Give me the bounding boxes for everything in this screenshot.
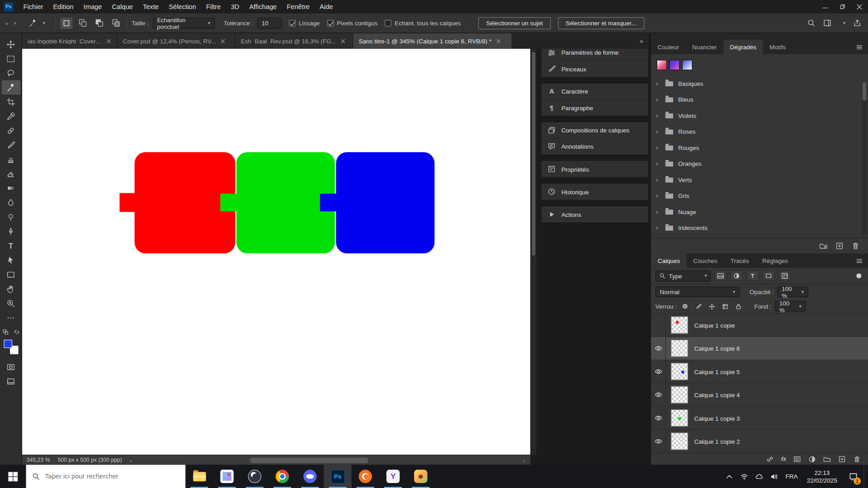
more-tools-button[interactable] [1, 310, 20, 325]
gradient-folder-rouges[interactable]: ›Rouges [651, 140, 868, 156]
sample-size-dropdown[interactable]: Echantillon ponctuel ▾ [153, 18, 215, 28]
panel-menu-icon[interactable] [856, 253, 868, 268]
delete-layer-icon[interactable] [853, 455, 861, 463]
layer-thumbnail[interactable] [671, 409, 688, 427]
menu-affichage[interactable]: Affichage [244, 0, 282, 13]
path-selection-tool[interactable] [1, 253, 20, 267]
opacity-dropdown[interactable]: 100 % ▾ [777, 286, 808, 297]
add-mask-icon[interactable] [793, 455, 801, 463]
taskbar-y-app[interactable]: Y [379, 465, 407, 488]
tray-expand-icon[interactable] [722, 465, 737, 488]
quick-mask-button[interactable] [1, 360, 20, 374]
volume-icon[interactable] [767, 465, 782, 488]
gradient-swatch[interactable] [682, 60, 693, 70]
magic-wand-tool[interactable] [1, 80, 20, 95]
vertical-scrollbar[interactable] [530, 49, 536, 455]
start-button[interactable] [0, 465, 26, 488]
document-tab-1[interactable]: ias Ingoble Knight_Cover.psd [22, 33, 118, 48]
tab-motifs[interactable]: Motifs [763, 40, 793, 54]
gradient-folder-oranges[interactable]: ›Oranges [651, 155, 868, 172]
taskbar-palette-app[interactable] [407, 465, 434, 488]
layer-row[interactable]: Calque 1 copie 3 [651, 407, 868, 430]
swap-colors-icon[interactable] [14, 329, 19, 335]
layer-thumbnail[interactable] [671, 433, 688, 450]
panel-menu-icon[interactable] [856, 40, 868, 54]
panel-button-caractere[interactable]: A Caractère [542, 84, 648, 100]
new-group-icon[interactable] [819, 242, 827, 250]
contiguous-checkbox[interactable]: Pixels contigus [327, 19, 377, 26]
gradient-folder-iridescents[interactable]: ›Iridescents [651, 220, 868, 236]
blur-tool[interactable] [1, 195, 20, 210]
menu-calque[interactable]: Calque [107, 0, 138, 13]
close-tab-icon[interactable] [496, 38, 501, 43]
layer-filter-dropdown[interactable]: Type ▾ [656, 270, 711, 281]
filter-smart-object-icon[interactable] [778, 271, 791, 281]
new-gradient-icon[interactable] [835, 242, 844, 250]
eyedropper-tool[interactable] [1, 109, 20, 123]
language-indicator[interactable]: FRA [782, 473, 802, 480]
tab-calques[interactable]: Calques [651, 253, 687, 268]
collapse-panels-icon[interactable]: « [634, 33, 649, 48]
close-button[interactable] [851, 0, 868, 13]
vertical-scrollbar-thumb[interactable] [532, 52, 535, 256]
visibility-toggle[interactable] [651, 407, 666, 429]
minimize-button[interactable] [816, 0, 834, 13]
link-layers-icon[interactable] [766, 455, 774, 463]
menu-image[interactable]: Image [79, 0, 107, 13]
close-tab-icon[interactable] [106, 38, 111, 43]
taskbar-photos-app[interactable] [213, 465, 241, 488]
visibility-toggle[interactable] [651, 384, 666, 406]
visibility-toggle[interactable] [651, 430, 666, 452]
taskbar-clock[interactable]: 22:13 22/02/2025 [802, 469, 843, 484]
clone-stamp-tool[interactable] [1, 152, 20, 167]
restore-button[interactable] [834, 0, 851, 13]
lock-transparent-icon[interactable] [680, 301, 690, 311]
shape-tool[interactable] [1, 267, 20, 282]
close-tab-icon[interactable] [221, 38, 226, 43]
horizontal-scrollbar-thumb[interactable] [250, 458, 368, 463]
search-icon[interactable] [807, 19, 815, 27]
tab-degrades[interactable]: Dégradés [723, 40, 763, 54]
close-tab-icon[interactable] [341, 38, 346, 43]
panel-button-proprietes[interactable]: Propriétés [542, 161, 648, 177]
fill-dropdown[interactable]: 100 % ▾ [775, 301, 806, 311]
network-icon[interactable] [737, 465, 752, 488]
menu-texte[interactable]: Texte [138, 0, 164, 13]
filter-shape-icon[interactable] [762, 271, 775, 281]
gradient-tool[interactable] [1, 181, 20, 195]
layer-thumbnail[interactable] [671, 340, 688, 357]
taskbar-search[interactable] [26, 465, 186, 488]
menu-filtre[interactable]: Filtre [201, 0, 226, 13]
gradient-folder-basiques[interactable]: ›Basiques [651, 75, 868, 92]
new-layer-icon[interactable] [838, 455, 846, 463]
healing-brush-tool[interactable] [1, 123, 20, 138]
zoom-tool[interactable] [1, 296, 20, 310]
pen-tool[interactable] [1, 224, 20, 239]
taskbar-chrome[interactable] [269, 465, 296, 488]
gradient-folder-violets[interactable]: ›Violets [651, 108, 868, 124]
tolerance-input[interactable]: 10 [257, 18, 282, 28]
search-input[interactable] [45, 473, 179, 480]
tab-reglages[interactable]: Réglages [755, 253, 794, 268]
layer-row[interactable]: Calque 1 copie [651, 314, 868, 337]
select-and-mask-button[interactable]: Sélectionner et masquer... [558, 17, 644, 29]
new-group-icon[interactable] [823, 455, 831, 463]
delete-icon[interactable] [851, 242, 859, 250]
share-icon[interactable] [853, 19, 861, 27]
gradient-folder-roses[interactable]: ›Roses [651, 123, 868, 140]
move-tool[interactable] [1, 37, 20, 52]
cloud-icon[interactable] [752, 465, 767, 488]
layer-row[interactable]: Calque 1 copie 2 [651, 430, 868, 452]
mode-subtract-from-selection[interactable] [93, 18, 105, 28]
mode-new-selection[interactable] [60, 18, 72, 28]
tab-traces[interactable]: Tracés [724, 253, 755, 268]
taskbar-photoshop-active[interactable]: Ps [324, 465, 351, 488]
taskbar-obs-app[interactable] [241, 465, 269, 488]
layer-thumbnail[interactable] [671, 386, 688, 404]
menu-fenetre[interactable]: Fenêtre [282, 0, 315, 13]
document-tab-3[interactable]: Esh_Baal_Rev.psd @ 16,3% (FG... [235, 33, 353, 48]
crop-tool[interactable] [1, 94, 20, 109]
status-arrow-left-icon[interactable]: ‹ [523, 457, 524, 464]
layer-row[interactable]: Calque 1 copie 4 [651, 384, 868, 407]
panel-button-pinceaux[interactable]: Pinceaux [542, 61, 648, 77]
